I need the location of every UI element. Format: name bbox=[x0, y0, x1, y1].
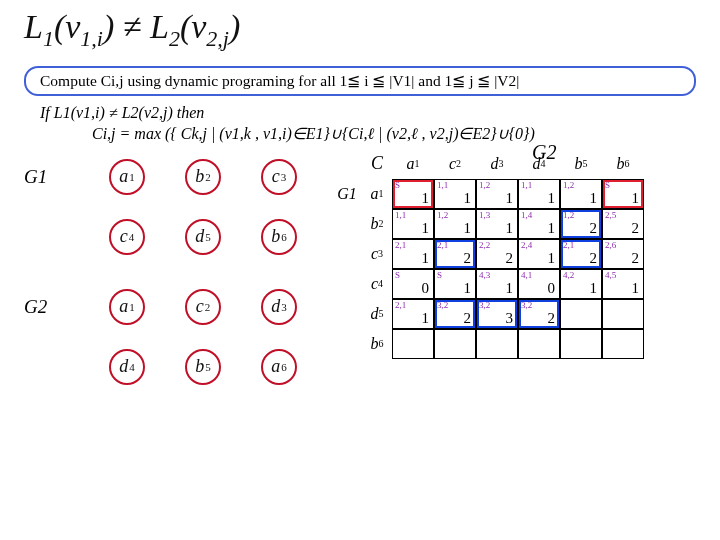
matrix-cell: 1,41 bbox=[518, 209, 560, 239]
graph-label: G2 bbox=[24, 296, 86, 318]
matrix-cell: 1,21 bbox=[560, 179, 602, 209]
matrix-cell: 2,41 bbox=[518, 239, 560, 269]
matrix-cell: 3,22 bbox=[518, 299, 560, 329]
matrix-C-label: C bbox=[362, 149, 392, 179]
graph-node: c2 bbox=[185, 289, 221, 325]
page-title: L1(v1,i) ≠ L2(v2,j) bbox=[0, 0, 720, 60]
if-clause: If L1(v1,i) ≠ L2(v2,j) then bbox=[40, 104, 680, 122]
g2-col-label: G2 bbox=[532, 141, 556, 164]
matrix-cell: 2,11 bbox=[392, 239, 434, 269]
graph-node: a6 bbox=[261, 349, 297, 385]
matrix-cell: 2,11 bbox=[392, 299, 434, 329]
matrix-cell: 2,62 bbox=[602, 239, 644, 269]
graph-node: c3 bbox=[261, 159, 297, 195]
dp-matrix: G2 Ca1c2d3d4b5b6G1a1S11,111,211,111,21S1… bbox=[332, 149, 696, 395]
matrix-cell: S0 bbox=[392, 269, 434, 299]
matrix-row-header: b6 bbox=[362, 329, 392, 359]
matrix-cell: S1 bbox=[602, 179, 644, 209]
matrix-col-header: b5 bbox=[560, 149, 602, 179]
compute-banner: Compute Ci,j using dynamic programing fo… bbox=[24, 66, 696, 96]
matrix-row-header: b2 bbox=[362, 209, 392, 239]
matrix-cell: 2,12 bbox=[434, 239, 476, 269]
title-L1: L bbox=[24, 8, 43, 45]
matrix-row-header: c4 bbox=[362, 269, 392, 299]
matrix-cell bbox=[518, 329, 560, 359]
matrix-G1-label: G1 bbox=[332, 179, 362, 209]
recurrence: Ci,j = max ({ Ck,j | (v1,k , v1,i)∈E1}∪{… bbox=[92, 124, 680, 143]
matrix-col-header: a1 bbox=[392, 149, 434, 179]
matrix-row-header: d5 bbox=[362, 299, 392, 329]
matrix-cell: 4,21 bbox=[560, 269, 602, 299]
graph-node: b2 bbox=[185, 159, 221, 195]
matrix-cell bbox=[560, 299, 602, 329]
matrix-cell bbox=[434, 329, 476, 359]
matrix-cell bbox=[392, 329, 434, 359]
matrix-cell: 3,22 bbox=[434, 299, 476, 329]
matrix-cell: 4,31 bbox=[476, 269, 518, 299]
matrix-cell: 1,31 bbox=[476, 209, 518, 239]
matrix-cell bbox=[560, 329, 602, 359]
matrix-cell bbox=[476, 329, 518, 359]
graph-node: a1 bbox=[109, 159, 145, 195]
matrix-cell: S1 bbox=[434, 269, 476, 299]
matrix-row-header: c3 bbox=[362, 239, 392, 269]
matrix-cell: S1 bbox=[392, 179, 434, 209]
matrix-cell: 3,23 bbox=[476, 299, 518, 329]
graph-node: a1 bbox=[109, 289, 145, 325]
graph-node: d4 bbox=[109, 349, 145, 385]
matrix-row-header: a1 bbox=[362, 179, 392, 209]
matrix-cell bbox=[602, 299, 644, 329]
graph-node: b5 bbox=[185, 349, 221, 385]
matrix-col-header: c2 bbox=[434, 149, 476, 179]
graph-node: d3 bbox=[261, 289, 297, 325]
graph-label: G1 bbox=[24, 166, 86, 188]
matrix-cell: 1,22 bbox=[560, 209, 602, 239]
matrix-cell: 1,11 bbox=[392, 209, 434, 239]
matrix-cell: 4,10 bbox=[518, 269, 560, 299]
graph-node: b6 bbox=[261, 219, 297, 255]
matrix-cell: 2,12 bbox=[560, 239, 602, 269]
matrix-cell bbox=[602, 329, 644, 359]
graph-node: c4 bbox=[109, 219, 145, 255]
matrix-cell: 1,21 bbox=[476, 179, 518, 209]
graph-node: d5 bbox=[185, 219, 221, 255]
matrix-col-header: d3 bbox=[476, 149, 518, 179]
matrix-cell: 1,21 bbox=[434, 209, 476, 239]
matrix-cell: 4,51 bbox=[602, 269, 644, 299]
matrix-cell: 2,52 bbox=[602, 209, 644, 239]
matrix-cell: 2,22 bbox=[476, 239, 518, 269]
example-graphs: G1a1b2c3c4d5b6 G2a1c2d3d4b5a6 bbox=[24, 149, 314, 395]
matrix-cell: 1,11 bbox=[518, 179, 560, 209]
matrix-cell: 1,11 bbox=[434, 179, 476, 209]
matrix-col-header: b6 bbox=[602, 149, 644, 179]
